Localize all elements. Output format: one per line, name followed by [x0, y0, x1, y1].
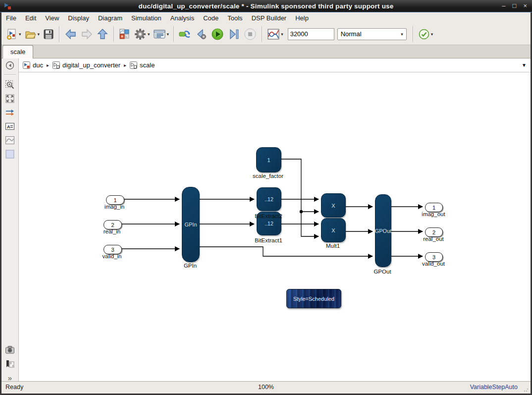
image-button[interactable]: [5, 135, 15, 145]
breadcrumb-label: digital_up_converter: [62, 61, 120, 69]
camera-icon: [5, 345, 15, 354]
menu-dsp-builder[interactable]: DSP Builder: [247, 13, 291, 23]
area-button[interactable]: [5, 149, 15, 159]
legend-button[interactable]: [5, 359, 15, 369]
block-mult[interactable]: X: [321, 193, 346, 218]
outport-label-valid-out: valid_out: [404, 261, 463, 267]
zoom-region-button[interactable]: [5, 80, 15, 90]
validate-button[interactable]: ▾: [417, 27, 435, 41]
legend-icon: [5, 359, 15, 369]
annotation-style-scheduled[interactable]: Style=Scheduled: [286, 289, 341, 308]
resize-grip[interactable]: [524, 387, 529, 392]
close-button[interactable]: ×: [523, 0, 527, 12]
tab-scale[interactable]: scale: [2, 45, 33, 58]
menu-view[interactable]: View: [41, 13, 63, 23]
block-gpout[interactable]: GPOut: [375, 194, 391, 267]
area-icon: [5, 149, 15, 159]
block-scale-factor[interactable]: 1: [256, 147, 281, 172]
fit-to-view-button[interactable]: [5, 94, 15, 104]
titlebar: duc/digital_up_converter/scale * - Simul…: [0, 0, 532, 12]
outport-label-real-out: real_out: [404, 236, 463, 242]
scope-icon: [267, 28, 280, 41]
stop-time-input[interactable]: [288, 28, 334, 40]
scope-button[interactable]: ▾: [266, 27, 285, 42]
save-model-button[interactable]: [41, 27, 56, 41]
model-configuration-button[interactable]: ▾: [152, 27, 171, 41]
toolbar: ▾ ▾: [1, 23, 531, 45]
settings-button[interactable]: ▾: [132, 27, 152, 42]
menu-help[interactable]: Help: [291, 13, 313, 23]
hide-browser-button[interactable]: [5, 60, 15, 70]
toolbar-separator: [113, 26, 114, 42]
toolbar-separator: [173, 26, 174, 42]
step-forward-button[interactable]: [226, 27, 242, 42]
outport-label-imag-out: imag_out: [404, 211, 463, 217]
menu-tools[interactable]: Tools: [223, 13, 247, 23]
block-label-mult1: Mult1: [303, 243, 363, 249]
update-diagram-button[interactable]: [177, 27, 193, 42]
screenshot-button[interactable]: [5, 345, 15, 355]
subsystem-icon: [130, 61, 137, 69]
breadcrumb-item-digital-up-converter[interactable]: digital_up_converter: [51, 61, 122, 69]
circle-back-icon: [5, 61, 14, 70]
block-label-gpin: GPIn: [160, 263, 220, 269]
block-label-scale-factor: scale_factor: [238, 173, 298, 179]
annotation-button[interactable]: A: [5, 121, 15, 131]
inport-label-imag-in: imag_in: [85, 204, 144, 210]
menu-file[interactable]: File: [1, 13, 21, 23]
forward-arrow-icon: [80, 28, 93, 41]
menu-code[interactable]: Code: [199, 13, 223, 23]
step-forward-icon: [227, 28, 240, 41]
library-browser-button[interactable]: [117, 27, 132, 41]
model-modified-icon: [23, 61, 30, 69]
breadcrumb-dropdown-icon[interactable]: ▼: [522, 62, 527, 68]
breadcrumb-item-scale[interactable]: scale: [128, 61, 157, 69]
breadcrumb-label: scale: [140, 61, 155, 69]
annotation-icon: A: [5, 121, 15, 131]
run-button[interactable]: [209, 26, 226, 42]
menu-display[interactable]: Display: [63, 13, 94, 23]
solver-indicator[interactable]: VariableStepAuto: [470, 384, 518, 391]
diagram-canvas[interactable]: 1 scale_factor GPIn GPIn ..12 BitExtract…: [19, 72, 531, 382]
menu-diagram[interactable]: Diagram: [94, 13, 127, 23]
step-back-button[interactable]: [193, 27, 209, 42]
maximize-button[interactable]: □: [513, 0, 517, 12]
block-label-bitextract1: BitExtract1: [239, 237, 298, 243]
menu-edit[interactable]: Edit: [21, 13, 41, 23]
breadcrumb-item-duc[interactable]: duc: [21, 61, 45, 69]
subsystem-icon: [53, 61, 60, 69]
block-mult1[interactable]: X: [321, 218, 346, 242]
simulation-mode-value: Normal: [341, 30, 362, 38]
block-gpin[interactable]: GPIn: [182, 187, 200, 262]
up-to-parent-button[interactable]: [95, 27, 110, 42]
back-button[interactable]: [63, 27, 79, 42]
new-model-button[interactable]: ▾: [4, 27, 23, 41]
validate-check-icon: [418, 28, 430, 40]
palette-separator: [4, 74, 16, 75]
toolbar-separator: [413, 26, 414, 42]
fit-to-view-icon: [5, 94, 15, 104]
signal-routing-icon: [5, 108, 15, 117]
save-icon: [43, 28, 54, 40]
palette-sidebar: A: [1, 58, 19, 382]
gear-icon: [134, 28, 147, 41]
zoom-region-icon: [5, 80, 15, 90]
open-model-button[interactable]: ▾: [23, 27, 42, 41]
back-arrow-icon: [64, 28, 77, 41]
block-bitextract2[interactable]: ..12: [257, 187, 281, 211]
menu-simulation[interactable]: Simulation: [127, 13, 166, 23]
breadcrumb-separator-icon: ▸: [122, 62, 128, 68]
window-title: duc/digital_up_converter/scale * - Simul…: [0, 2, 532, 10]
stop-button[interactable]: [242, 26, 259, 42]
menu-analysis[interactable]: Analysis: [166, 13, 199, 23]
run-icon: [211, 27, 224, 41]
forward-button[interactable]: [79, 27, 95, 42]
dropdown-caret-icon: ▾: [431, 32, 433, 37]
simulation-mode-select[interactable]: Normal ▾: [337, 28, 407, 40]
toolbar-separator: [59, 26, 60, 42]
update-diagram-icon: [179, 28, 192, 41]
breadcrumb-label: duc: [33, 61, 43, 69]
signal-routing-button[interactable]: [5, 108, 15, 117]
model-configuration-icon: [153, 28, 166, 40]
minimize-button[interactable]: –: [502, 0, 505, 12]
